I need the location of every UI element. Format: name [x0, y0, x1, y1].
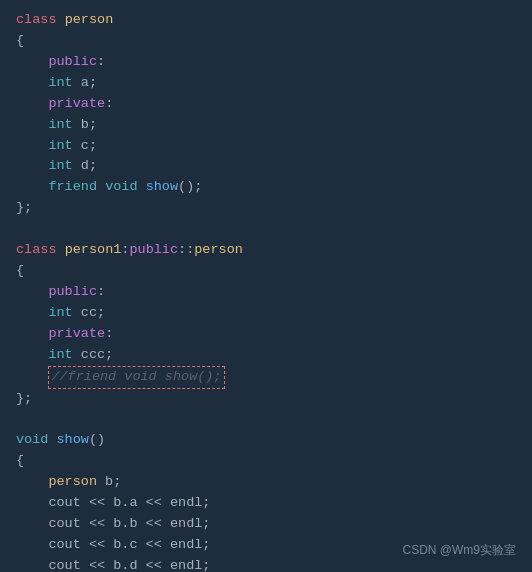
line-13: { — [16, 261, 516, 282]
dashed-highlight: //friend void show(); — [48, 366, 224, 389]
line-1: class person — [16, 10, 516, 31]
line-15: int cc; — [16, 303, 516, 324]
line-3: public: — [16, 52, 516, 73]
line-6: int b; — [16, 115, 516, 136]
line-7: int c; — [16, 136, 516, 157]
line-17: int ccc; — [16, 345, 516, 366]
line-16: private: — [16, 324, 516, 345]
line-5: private: — [16, 94, 516, 115]
line-18: //friend void show(); — [16, 366, 516, 389]
line-25: cout << b.b << endl; — [16, 514, 516, 535]
code-editor: class person { public: int a; private: i… — [0, 0, 532, 572]
line-19: }; — [16, 389, 516, 410]
line-21: void show() — [16, 430, 516, 451]
line-blank-2 — [16, 410, 516, 431]
line-8: int d; — [16, 156, 516, 177]
line-9: friend void show(); — [16, 177, 516, 198]
watermark: CSDN @Wm9实验室 — [402, 541, 516, 560]
line-10: }; — [16, 198, 516, 219]
line-24: cout << b.a << endl; — [16, 493, 516, 514]
line-22: { — [16, 451, 516, 472]
line-14: public: — [16, 282, 516, 303]
line-4: int a; — [16, 73, 516, 94]
line-blank-1 — [16, 219, 516, 240]
line-23: person b; — [16, 472, 516, 493]
line-2: { — [16, 31, 516, 52]
line-12: class person1:public::person — [16, 240, 516, 261]
